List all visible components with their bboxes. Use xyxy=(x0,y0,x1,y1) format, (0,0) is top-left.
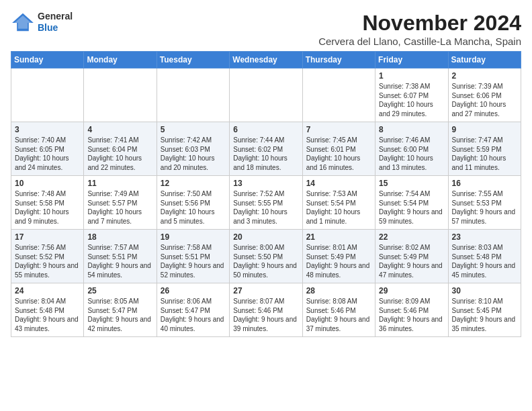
day-number: 4 xyxy=(87,125,152,134)
day-info: Sunrise: 8:08 AM Sunset: 5:46 PM Dayligh… xyxy=(306,297,371,333)
calendar-day: 16Sunrise: 7:55 AM Sunset: 5:53 PM Dayli… xyxy=(448,176,521,230)
calendar-day: 14Sunrise: 7:53 AM Sunset: 5:54 PM Dayli… xyxy=(302,176,375,230)
day-info: Sunrise: 7:45 AM Sunset: 6:01 PM Dayligh… xyxy=(306,136,371,172)
calendar-day xyxy=(302,68,375,122)
day-number: 17 xyxy=(15,232,80,242)
day-info: Sunrise: 8:00 AM Sunset: 5:50 PM Dayligh… xyxy=(233,243,298,279)
calendar-day: 30Sunrise: 8:10 AM Sunset: 5:45 PM Dayli… xyxy=(448,283,521,337)
calendar-day: 21Sunrise: 8:01 AM Sunset: 5:49 PM Dayli… xyxy=(302,230,375,283)
calendar-day: 25Sunrise: 8:05 AM Sunset: 5:47 PM Dayli… xyxy=(84,283,157,337)
day-number: 18 xyxy=(87,232,152,242)
day-info: Sunrise: 8:09 AM Sunset: 5:46 PM Dayligh… xyxy=(379,297,444,333)
logo-text: General Blue xyxy=(38,11,73,34)
weekday-header-saturday: Saturday xyxy=(448,52,521,68)
calendar-day: 1Sunrise: 7:38 AM Sunset: 6:07 PM Daylig… xyxy=(375,68,448,122)
day-number: 30 xyxy=(452,286,517,295)
day-number: 8 xyxy=(379,125,444,134)
day-number: 12 xyxy=(161,179,226,188)
calendar-day xyxy=(84,68,157,122)
day-info: Sunrise: 8:03 AM Sunset: 5:48 PM Dayligh… xyxy=(452,243,517,279)
day-info: Sunrise: 7:52 AM Sunset: 5:55 PM Dayligh… xyxy=(233,189,298,226)
day-info: Sunrise: 7:44 AM Sunset: 6:02 PM Dayligh… xyxy=(233,136,298,172)
day-number: 23 xyxy=(452,232,517,242)
day-number: 2 xyxy=(452,71,517,81)
day-number: 20 xyxy=(233,232,298,242)
month-title: November 2024 xyxy=(318,11,521,36)
day-info: Sunrise: 7:40 AM Sunset: 6:05 PM Dayligh… xyxy=(15,136,80,172)
calendar-day: 12Sunrise: 7:50 AM Sunset: 5:56 PM Dayli… xyxy=(157,176,229,230)
day-number: 22 xyxy=(379,232,444,242)
calendar-day: 19Sunrise: 7:58 AM Sunset: 5:51 PM Dayli… xyxy=(157,230,229,283)
day-info: Sunrise: 7:41 AM Sunset: 6:04 PM Dayligh… xyxy=(87,136,152,172)
day-number: 25 xyxy=(87,286,152,295)
calendar-day: 9Sunrise: 7:47 AM Sunset: 5:59 PM Daylig… xyxy=(448,122,521,176)
day-number: 6 xyxy=(233,125,298,134)
day-info: Sunrise: 7:56 AM Sunset: 5:52 PM Dayligh… xyxy=(15,243,80,279)
day-info: Sunrise: 8:06 AM Sunset: 5:47 PM Dayligh… xyxy=(161,297,226,333)
weekday-header-sunday: Sunday xyxy=(11,52,84,68)
day-number: 7 xyxy=(306,125,371,134)
day-info: Sunrise: 7:54 AM Sunset: 5:54 PM Dayligh… xyxy=(379,189,444,226)
day-info: Sunrise: 7:50 AM Sunset: 5:56 PM Dayligh… xyxy=(161,189,226,226)
calendar-week-row: 24Sunrise: 8:04 AM Sunset: 5:48 PM Dayli… xyxy=(11,283,521,337)
day-info: Sunrise: 7:38 AM Sunset: 6:07 PM Dayligh… xyxy=(379,82,444,118)
day-number: 27 xyxy=(233,286,298,295)
calendar-day: 6Sunrise: 7:44 AM Sunset: 6:02 PM Daylig… xyxy=(230,122,302,176)
day-number: 5 xyxy=(161,125,226,134)
day-info: Sunrise: 7:46 AM Sunset: 6:00 PM Dayligh… xyxy=(379,136,444,172)
calendar-table: SundayMondayTuesdayWednesdayThursdayFrid… xyxy=(11,51,521,337)
day-info: Sunrise: 8:02 AM Sunset: 5:49 PM Dayligh… xyxy=(379,243,444,279)
day-info: Sunrise: 8:01 AM Sunset: 5:49 PM Dayligh… xyxy=(306,243,371,279)
day-number: 1 xyxy=(379,71,444,81)
logo-icon xyxy=(11,12,35,32)
logo-general: General xyxy=(38,11,73,22)
day-info: Sunrise: 8:10 AM Sunset: 5:45 PM Dayligh… xyxy=(452,297,517,333)
day-number: 10 xyxy=(15,179,80,188)
weekday-header-wednesday: Wednesday xyxy=(230,52,302,68)
weekday-header-friday: Friday xyxy=(375,52,448,68)
day-number: 15 xyxy=(379,179,444,188)
calendar-week-row: 10Sunrise: 7:48 AM Sunset: 5:58 PM Dayli… xyxy=(11,176,521,230)
day-number: 21 xyxy=(306,232,371,242)
calendar-day: 3Sunrise: 7:40 AM Sunset: 6:05 PM Daylig… xyxy=(11,122,84,176)
day-info: Sunrise: 7:49 AM Sunset: 5:57 PM Dayligh… xyxy=(87,189,152,226)
calendar-day: 13Sunrise: 7:52 AM Sunset: 5:55 PM Dayli… xyxy=(230,176,302,230)
calendar-day: 24Sunrise: 8:04 AM Sunset: 5:48 PM Dayli… xyxy=(11,283,84,337)
day-number: 11 xyxy=(87,179,152,188)
day-info: Sunrise: 7:53 AM Sunset: 5:54 PM Dayligh… xyxy=(306,189,371,226)
calendar-day: 5Sunrise: 7:42 AM Sunset: 6:03 PM Daylig… xyxy=(157,122,229,176)
day-number: 24 xyxy=(15,286,80,295)
calendar-day: 29Sunrise: 8:09 AM Sunset: 5:46 PM Dayli… xyxy=(375,283,448,337)
calendar-day: 11Sunrise: 7:49 AM Sunset: 5:57 PM Dayli… xyxy=(84,176,157,230)
day-number: 13 xyxy=(233,179,298,188)
day-info: Sunrise: 7:58 AM Sunset: 5:51 PM Dayligh… xyxy=(161,243,226,279)
day-info: Sunrise: 7:39 AM Sunset: 6:06 PM Dayligh… xyxy=(452,82,517,118)
day-info: Sunrise: 7:42 AM Sunset: 6:03 PM Dayligh… xyxy=(161,136,226,172)
logo-blue: Blue xyxy=(38,22,73,34)
calendar-day: 26Sunrise: 8:06 AM Sunset: 5:47 PM Dayli… xyxy=(157,283,229,337)
header-area: General Blue November 2024 Cervera del L… xyxy=(11,11,521,47)
calendar-day: 17Sunrise: 7:56 AM Sunset: 5:52 PM Dayli… xyxy=(11,230,84,283)
logo: General Blue xyxy=(11,11,73,34)
day-number: 26 xyxy=(161,286,226,295)
weekday-header-row: SundayMondayTuesdayWednesdayThursdayFrid… xyxy=(11,52,521,68)
day-info: Sunrise: 8:04 AM Sunset: 5:48 PM Dayligh… xyxy=(15,297,80,333)
day-number: 29 xyxy=(379,286,444,295)
day-number: 14 xyxy=(306,179,371,188)
calendar-day xyxy=(157,68,229,122)
calendar-week-row: 17Sunrise: 7:56 AM Sunset: 5:52 PM Dayli… xyxy=(11,230,521,283)
title-block: November 2024 Cervera del Llano, Castill… xyxy=(318,11,521,47)
calendar-day: 22Sunrise: 8:02 AM Sunset: 5:49 PM Dayli… xyxy=(375,230,448,283)
weekday-header-thursday: Thursday xyxy=(302,52,375,68)
day-number: 3 xyxy=(15,125,80,134)
calendar-day: 7Sunrise: 7:45 AM Sunset: 6:01 PM Daylig… xyxy=(302,122,375,176)
calendar-week-row: 1Sunrise: 7:38 AM Sunset: 6:07 PM Daylig… xyxy=(11,68,521,122)
calendar-day xyxy=(11,68,84,122)
calendar-day: 18Sunrise: 7:57 AM Sunset: 5:51 PM Dayli… xyxy=(84,230,157,283)
day-number: 9 xyxy=(452,125,517,134)
location: Cervera del Llano, Castille-La Mancha, S… xyxy=(318,36,521,47)
day-number: 28 xyxy=(306,286,371,295)
calendar-day: 4Sunrise: 7:41 AM Sunset: 6:04 PM Daylig… xyxy=(84,122,157,176)
calendar-day: 28Sunrise: 8:08 AM Sunset: 5:46 PM Dayli… xyxy=(302,283,375,337)
calendar-day: 27Sunrise: 8:07 AM Sunset: 5:46 PM Dayli… xyxy=(230,283,302,337)
